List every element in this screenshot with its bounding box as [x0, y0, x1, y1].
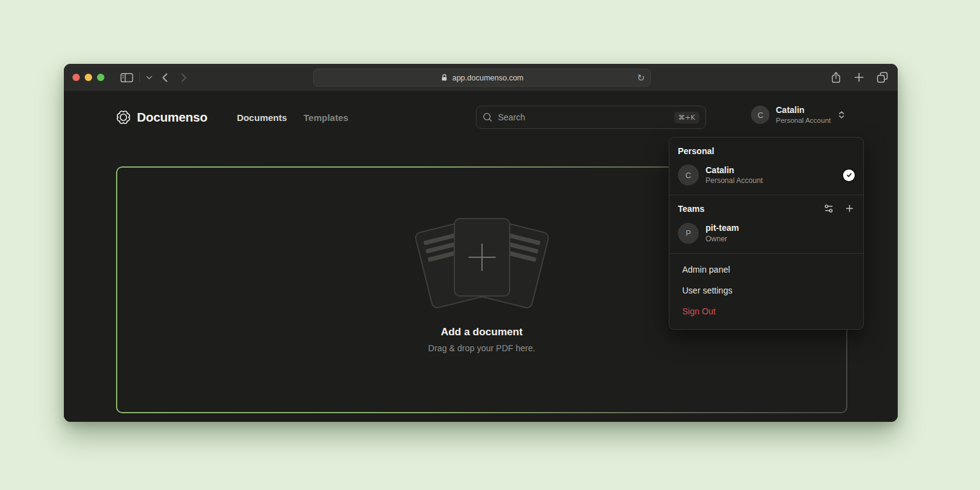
menu-item-sign-out[interactable]: Sign Out — [677, 301, 856, 322]
teams-section-header: Teams — [677, 201, 856, 219]
search-input[interactable]: Search ⌘+K — [476, 106, 706, 129]
nav-documents[interactable]: Documents — [237, 112, 287, 123]
document-cards-illustration — [413, 218, 551, 311]
create-team-button[interactable] — [844, 203, 855, 214]
chevron-down-icon — [146, 76, 152, 80]
address-bar[interactable]: app.documenso.com ↻ — [313, 69, 651, 87]
zoom-button[interactable] — [97, 74, 104, 81]
account-name: Catalin — [776, 105, 831, 116]
manage-teams-button[interactable] — [823, 203, 834, 214]
nav-templates[interactable]: Templates — [303, 112, 348, 123]
personal-account-name: Catalin — [706, 165, 763, 176]
search-icon — [483, 112, 492, 122]
plus-icon — [854, 72, 864, 82]
sidebar-dropdown-button[interactable] — [146, 76, 152, 80]
share-button[interactable] — [831, 71, 841, 84]
menu-divider — [669, 195, 863, 195]
settings-sliders-icon — [823, 203, 834, 214]
personal-account-text: Catalin Personal Account — [706, 165, 763, 185]
window-controls — [72, 74, 104, 81]
page-content: Documenso Documents Templates Search ⌘+K… — [64, 91, 898, 422]
main-nav: Documents Templates — [237, 112, 349, 123]
avatar: C — [751, 106, 769, 124]
browser-window: app.documenso.com ↻ — [64, 64, 898, 422]
toolbar-right-controls — [831, 64, 888, 91]
chevrons-up-down-icon — [837, 110, 846, 120]
minimize-button[interactable] — [85, 74, 92, 81]
selected-check-icon — [843, 169, 855, 181]
back-arrow-icon — [162, 73, 168, 82]
toolbar-nav-controls — [104, 72, 187, 83]
team-text: pit-team Owner — [706, 222, 739, 243]
close-button[interactable] — [72, 74, 80, 81]
search-placeholder: Search — [498, 112, 525, 122]
teams-header-actions — [823, 203, 855, 214]
browser-toolbar: app.documenso.com ↻ — [64, 64, 898, 91]
brand-logo[interactable]: Documenso — [115, 109, 208, 125]
forward-button[interactable] — [181, 73, 187, 82]
team-item[interactable]: P pit-team Owner — [677, 219, 856, 247]
account-menu-button[interactable]: C Catalin Personal Account — [751, 105, 846, 125]
dropzone-title: Add a document — [441, 326, 523, 338]
refresh-button[interactable]: ↻ — [637, 73, 645, 82]
search-shortcut-badge: ⌘+K — [674, 112, 699, 123]
toolbar-divider — [139, 72, 140, 83]
tabs-icon — [877, 72, 888, 83]
url-text: app.documenso.com — [452, 74, 523, 82]
menu-item-admin-panel[interactable]: Admin panel — [677, 259, 856, 280]
back-button[interactable] — [162, 73, 168, 82]
lock-icon — [440, 74, 448, 82]
share-icon — [831, 71, 841, 84]
brand-name: Documenso — [137, 110, 208, 125]
documenso-logo-icon — [115, 109, 131, 125]
new-tab-button[interactable] — [854, 72, 864, 82]
avatar: C — [678, 165, 699, 185]
teams-section-label: Teams — [678, 204, 704, 214]
team-role: Owner — [706, 234, 739, 244]
menu-item-user-settings[interactable]: User settings — [677, 280, 856, 301]
dropzone-subtitle: Drag & drop your PDF here. — [428, 343, 535, 353]
sidebar-icon — [120, 72, 133, 83]
app-header: Documenso Documents Templates Search ⌘+K… — [115, 103, 846, 131]
document-card-center — [454, 218, 510, 297]
plus-icon — [844, 203, 855, 214]
avatar: P — [678, 223, 699, 244]
account-text: Catalin Personal Account — [776, 105, 831, 125]
tab-overview-button[interactable] — [877, 72, 888, 83]
menu-divider — [669, 253, 863, 254]
sidebar-toggle-button[interactable] — [120, 72, 133, 83]
add-plus-icon — [469, 244, 496, 271]
account-subtitle: Personal Account — [776, 116, 831, 125]
team-name: pit-team — [706, 222, 739, 233]
personal-account-item[interactable]: C Catalin Personal Account — [677, 161, 856, 189]
personal-account-subtitle: Personal Account — [706, 176, 763, 185]
forward-arrow-icon — [181, 73, 187, 82]
account-dropdown-menu: Personal C Catalin Personal Account Team… — [669, 137, 864, 330]
personal-section-label: Personal — [677, 145, 856, 161]
